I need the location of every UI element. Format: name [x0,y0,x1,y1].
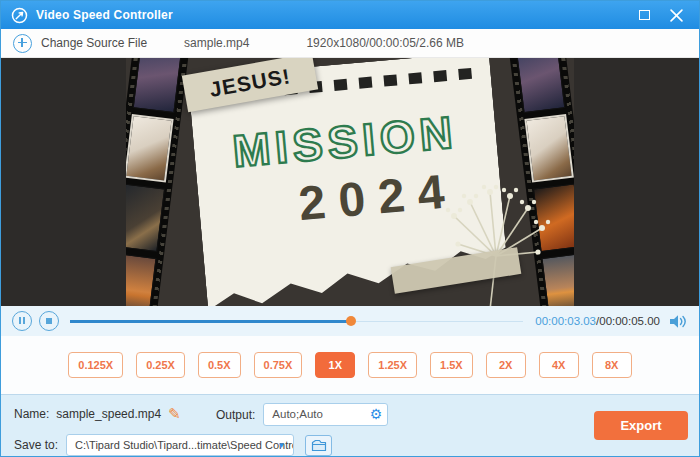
output-label: Output: [216,408,255,422]
save-to-row: Save to: C:\Tipard Studio\Tipard...timat… [14,434,332,456]
speed-button-025x[interactable]: 0.25X [136,352,185,378]
source-file-info: 1920x1080/00:00:05/2.66 MB [306,36,463,50]
save-path-combobox[interactable]: C:\Tipard Studio\Tipard...timate\Speed C… [66,434,294,456]
window-title: Video Speed Controller [36,8,173,22]
film-frame-photo [516,58,565,113]
add-circle-icon [13,34,32,53]
seek-progress-fill [70,320,351,323]
speed-button-4x[interactable]: 4X [539,352,579,378]
video-preview-stage: MISSION 2024 JESUS! [1,58,699,306]
speed-options-row: 0.125X 0.25X 0.5X 0.75X 1X 1.25X 1.5X 2X… [1,336,699,394]
speed-button-2x[interactable]: 2X [486,352,526,378]
video-frame: MISSION 2024 JESUS! [126,58,574,306]
name-label: Name: [14,407,49,421]
pause-button[interactable] [12,311,32,331]
output-format-field[interactable]: Auto;Auto ⚙ [263,403,388,426]
app-window: Video Speed Controller Change Source Fil… [0,0,700,457]
volume-icon[interactable] [669,314,688,329]
maximize-icon[interactable] [639,10,650,20]
app-logo-icon [11,7,28,24]
chevron-down-icon[interactable]: ▼ [270,435,293,455]
source-toolbar: Change Source File sample.mp4 1920x1080/… [1,29,699,58]
seek-thumb[interactable] [346,316,356,326]
source-filename: sample.mp4 [184,36,249,50]
time-display: 00:00:03.03/00:00:05.00 [535,315,660,327]
title-bar: Video Speed Controller [1,1,699,29]
change-source-button[interactable]: Change Source File [13,34,147,53]
seek-bar[interactable] [70,320,523,323]
export-button[interactable]: Export [594,411,688,440]
save-to-label: Save to: [14,438,58,452]
name-row: Name: sample_speed.mp4 ✎ [14,406,181,421]
player-bar: 00:00:03.03/00:00:05.00 [1,306,699,336]
speed-button-075x[interactable]: 0.75X [254,352,303,378]
output-format-group: Output: Auto;Auto ⚙ [216,403,388,426]
speed-button-05x[interactable]: 0.5X [198,352,241,378]
film-frame-photo [133,58,182,113]
film-frame-photo [524,114,573,183]
speed-button-0125x[interactable]: 0.125X [68,352,123,378]
folder-icon [311,439,327,452]
film-frame-photo [126,114,174,183]
stop-button[interactable] [39,311,59,331]
output-panel: Name: sample_speed.mp4 ✎ Output: Auto;Au… [1,394,699,457]
edit-name-icon[interactable]: ✎ [168,406,181,421]
name-value: sample_speed.mp4 [56,407,161,421]
gear-icon[interactable]: ⚙ [370,407,383,421]
flower-decoration [438,182,556,306]
close-icon[interactable] [670,9,683,22]
total-time: 00:00:05.00 [599,315,660,327]
speed-button-8x[interactable]: 8X [592,352,632,378]
film-strip-left [126,58,190,306]
save-path-value: C:\Tipard Studio\Tipard...timate\Speed C… [67,435,293,455]
film-frame-photo [126,183,165,252]
speed-button-1x[interactable]: 1X [315,352,355,378]
film-frame-photo [126,253,157,306]
current-time: 00:00:03.03 [535,315,596,327]
window-controls [639,9,689,22]
change-source-label: Change Source File [41,36,147,50]
browse-folder-button[interactable] [305,435,332,456]
speed-button-15x[interactable]: 1.5X [430,352,473,378]
speed-button-125x[interactable]: 1.25X [368,352,417,378]
